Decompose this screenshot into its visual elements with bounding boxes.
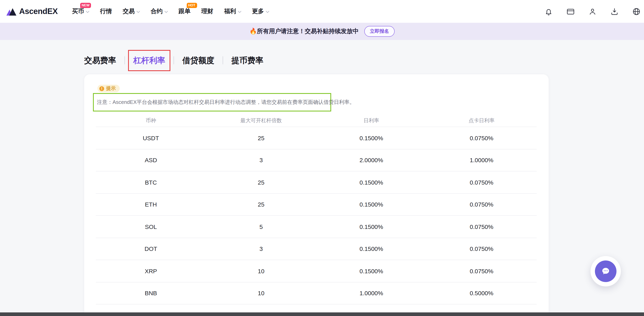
notice-text: 注意：AscendEX平台会根据市场动态对杠杆交易日利率进行动态调整，请您交易前… xyxy=(97,99,354,106)
point-card-rate-cell: 0.0750% xyxy=(426,201,537,208)
nav-item-markets[interactable]: 行情 xyxy=(100,8,112,15)
logo-text: AscendEX xyxy=(19,7,58,16)
max-leverage-cell: 3 xyxy=(206,157,316,164)
chevron-down-icon xyxy=(86,11,89,13)
max-leverage-cell: 25 xyxy=(206,179,316,186)
coin-cell: USDT xyxy=(96,135,206,141)
point-card-rate-cell: 0.0750% xyxy=(426,223,537,230)
column-header-point-card-rate: 点卡日利率 xyxy=(426,117,537,124)
max-leverage-cell: 10 xyxy=(206,290,316,297)
max-leverage-cell: 25 xyxy=(206,201,316,208)
table-row: SOL 5 0.1500% 0.0750% xyxy=(96,216,537,238)
top-navbar: AscendEX NEW 买币 行情 交易 合约 HOT 跟单 xyxy=(0,0,644,23)
coin-cell: BTC xyxy=(96,179,206,186)
daily-rate-cell: 0.1500% xyxy=(316,179,426,186)
tip-badge: ! 提示 xyxy=(97,85,120,92)
daily-rate-cell: 0.1500% xyxy=(316,201,426,208)
tab-margin-interest[interactable]: 杠杆利率 xyxy=(132,55,166,66)
table-row: ETH 25 0.1500% 0.0750% xyxy=(96,194,537,216)
hot-badge: HOT xyxy=(186,3,197,8)
chevron-down-icon xyxy=(164,11,168,13)
point-card-rate-cell: 0.0750% xyxy=(426,268,537,274)
tip-badge-label: 提示 xyxy=(106,85,116,92)
announcement-text: 🔥所有用户请注意！交易补贴持续发放中 xyxy=(250,28,358,35)
nav-item-earn[interactable]: 理财 xyxy=(201,8,213,15)
chevron-down-icon xyxy=(266,11,269,13)
point-card-rate-cell: 0.0750% xyxy=(426,245,537,252)
notification-bell-icon[interactable] xyxy=(544,7,553,16)
table-row: ASD 3 2.0000% 1.0000% xyxy=(96,149,537,171)
column-header-daily-rate: 日利率 xyxy=(316,117,426,124)
point-card-rate-cell: 0.5000% xyxy=(426,290,537,297)
coin-cell: DOT xyxy=(96,245,206,252)
tab-divider xyxy=(124,56,125,64)
chevron-down-icon xyxy=(136,11,140,13)
navbar-actions xyxy=(544,7,644,16)
table-row: DOT 3 0.1500% 0.0750% xyxy=(96,238,537,260)
max-leverage-cell: 10 xyxy=(206,268,316,274)
announcement-bar: 🔥所有用户请注意！交易补贴持续发放中 立即报名 xyxy=(0,23,644,40)
daily-rate-cell: 0.1500% xyxy=(316,223,426,230)
chevron-down-icon xyxy=(238,11,241,13)
table-row: BNB 10 1.0000% 0.5000% xyxy=(96,282,537,304)
max-leverage-cell: 3 xyxy=(206,245,316,252)
tab-divider xyxy=(223,56,223,64)
chat-button-halo xyxy=(590,256,621,286)
fee-table-body: USDT 25 0.1500% 0.0750% ASD 3 2.0000% 1.… xyxy=(96,127,537,304)
fee-tabs: 交易费率 杠杆利率 借贷额度 提币费率 xyxy=(84,52,264,69)
point-card-rate-cell: 1.0000% xyxy=(426,157,537,164)
point-card-rate-cell: 0.0750% xyxy=(426,135,537,141)
point-card-rate-cell: 0.0750% xyxy=(426,179,537,186)
tab-trading-fees[interactable]: 交易费率 xyxy=(84,55,117,66)
nav-item-more[interactable]: 更多 xyxy=(252,8,269,15)
wallet-icon[interactable] xyxy=(566,7,575,16)
daily-rate-cell: 0.1500% xyxy=(316,245,426,252)
download-icon[interactable] xyxy=(610,7,619,16)
ascendex-logo-icon xyxy=(6,7,16,16)
fee-table-header: 币种 最大可开杠杆倍数 日利率 点卡日利率 xyxy=(96,114,537,127)
tab-divider xyxy=(174,56,174,64)
nav-item-trade[interactable]: 交易 xyxy=(123,8,140,15)
max-leverage-cell: 25 xyxy=(206,135,316,141)
coin-cell: ASD xyxy=(96,157,206,164)
signup-now-button[interactable]: 立即报名 xyxy=(364,26,394,37)
main-nav: NEW 买币 行情 交易 合约 HOT 跟单 理财 xyxy=(72,8,269,15)
nav-item-rewards[interactable]: 福利 xyxy=(224,8,241,15)
coin-cell: XRP xyxy=(96,268,206,274)
fee-table: 币种 最大可开杠杆倍数 日利率 点卡日利率 USDT 25 0.1500% 0.… xyxy=(96,114,537,304)
table-row: USDT 25 0.1500% 0.0750% xyxy=(96,127,537,149)
account-icon[interactable] xyxy=(588,7,597,16)
coin-cell: SOL xyxy=(96,223,206,230)
new-badge: NEW xyxy=(80,3,91,8)
coin-cell: BNB xyxy=(96,290,206,297)
footer-edge xyxy=(0,312,644,316)
column-header-coin: 币种 xyxy=(96,117,206,124)
language-globe-icon[interactable] xyxy=(632,7,641,16)
chat-bubble-icon xyxy=(601,266,610,276)
max-leverage-cell: 5 xyxy=(206,223,316,230)
page: AscendEX NEW 买币 行情 交易 合约 HOT 跟单 xyxy=(0,0,644,316)
fee-card: ! 提示 注意：AscendEX平台会根据市场动态对杠杆交易日利率进行动态调整，… xyxy=(84,74,549,316)
table-row: XRP 10 0.1500% 0.0750% xyxy=(96,260,537,282)
customer-support-chat-button[interactable] xyxy=(595,260,616,282)
ascendex-logo[interactable]: AscendEX xyxy=(6,7,58,16)
nav-item-futures[interactable]: 合约 xyxy=(151,8,168,15)
tab-borrow-limits[interactable]: 借贷额度 xyxy=(182,55,215,66)
annotation-green-box: 注意：AscendEX平台会根据市场动态对杠杆交易日利率进行动态调整，请您交易前… xyxy=(93,93,331,111)
nav-item-buy-crypto[interactable]: NEW 买币 xyxy=(72,8,89,15)
daily-rate-cell: 0.1500% xyxy=(316,268,426,274)
table-row: BTC 25 0.1500% 0.0750% xyxy=(96,171,537,194)
daily-rate-cell: 1.0000% xyxy=(316,290,426,297)
daily-rate-cell: 2.0000% xyxy=(316,157,426,164)
coin-cell: ETH xyxy=(96,201,206,208)
tab-withdrawal-fees[interactable]: 提币费率 xyxy=(231,55,264,66)
nav-item-copy-trading[interactable]: HOT 跟单 xyxy=(178,8,190,15)
daily-rate-cell: 0.1500% xyxy=(316,135,426,141)
exclamation-icon: ! xyxy=(99,86,104,91)
column-header-max-leverage: 最大可开杠杆倍数 xyxy=(206,117,316,124)
